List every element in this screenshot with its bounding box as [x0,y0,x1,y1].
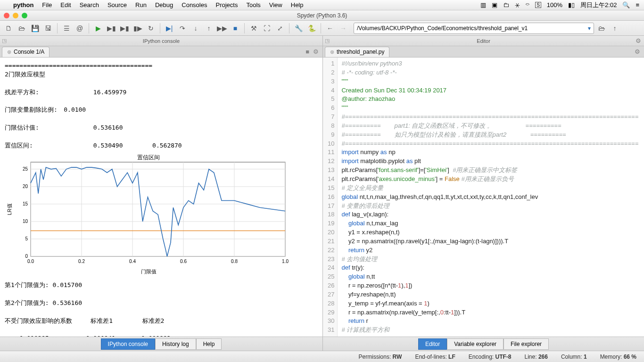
console-tab[interactable]: ⊗ Console 1/A [2,47,50,57]
parent-dir-button[interactable]: ↑ [609,23,620,34]
svg-text:15: 15 [23,201,28,206]
continue-button[interactable]: ▶▶ [216,23,228,34]
tab-close-icon[interactable]: ⊗ [7,49,11,55]
stop-console-button[interactable]: ■ [305,48,309,55]
eol-value: LF [448,354,455,360]
debug-button[interactable]: ▶| [164,23,175,34]
run-button[interactable]: ▶ [92,23,104,34]
step-out-button[interactable]: ↑ [203,23,215,34]
step-into-button[interactable]: ↓ [190,23,201,34]
status-bar: Permissions: RW End-of-lines: LF Encodin… [0,351,644,362]
tab-history-log[interactable]: History log [155,338,196,350]
fullscreen-button[interactable]: ⤢ [274,23,286,34]
spotlight-icon[interactable]: 🔍 [622,1,630,8]
at-icon[interactable]: @ [74,23,85,34]
browse-dir-button[interactable]: 🗁 [596,23,607,34]
python-path-button[interactable]: 🐍 [306,23,317,34]
run-cell-advance-button[interactable]: ▶▮ [119,23,130,34]
menu-source[interactable]: Source [107,1,127,8]
pane-popout-icon[interactable]: ◳ [325,38,330,44]
console-tab-label: Console 1/A [14,49,44,55]
tab-help[interactable]: Help [196,338,222,350]
encoding-label: Encoding: [469,354,494,360]
save-all-button[interactable]: 🖫 [42,23,54,34]
run-cell-button[interactable]: ▶▮ [106,23,117,34]
menu-edit[interactable]: Edit [60,1,71,8]
app-name[interactable]: python [13,1,33,8]
line-value: 266 [538,354,548,360]
open-file-button[interactable]: 🗁 [16,23,27,34]
stop-debug-button[interactable]: ■ [230,23,241,34]
forward-button[interactable]: → [338,23,349,34]
confidence-interval-chart: 置信区间0.00.20.40.60.81.00510152025门限值LR值 [5,153,292,275]
permissions-value: RW [393,354,402,360]
maximize-window-button[interactable] [22,13,27,18]
console-text-top: ========================================… [5,61,318,150]
mem-label: Memory: [600,354,622,360]
tab-file-explorer[interactable]: File explorer [504,338,549,350]
tab-variable-explorer[interactable]: Variable explorer [447,338,504,350]
chart-container: 置信区间0.00.20.40.60.81.00510152025门限值LR值 [5,153,318,278]
tray-icon[interactable]: ▥ [480,1,486,8]
permissions-label: Permissions: [359,354,391,360]
close-window-button[interactable] [4,13,9,18]
folder-icon[interactable]: 🗀 [503,1,509,8]
svg-text:5: 5 [25,236,28,241]
menu-help[interactable]: Help [291,1,304,8]
bluetooth-icon[interactable]: ⚹ [515,1,520,9]
pane-popout-icon[interactable]: ◳ [2,38,7,44]
tool-button-1[interactable]: ⚒ [248,23,259,34]
rerun-button[interactable]: ↻ [145,23,157,34]
tab-ipython-console[interactable]: IPython console [101,338,155,350]
list-icon[interactable]: ☰ [61,23,72,34]
clock[interactable]: 周日上午2:02 [580,1,617,9]
macos-menubar: python File Edit Search Source Run Debug… [0,0,644,10]
console-options-icon[interactable]: ⚙ [313,48,319,55]
svg-text:20: 20 [23,184,28,189]
menu-debug[interactable]: Debug [155,1,173,8]
console-output[interactable]: ========================================… [0,58,322,337]
left-bottom-tabs: IPython console History log Help [0,337,323,351]
battery-icon[interactable]: ▮▯ [568,1,575,8]
menu-projects[interactable]: Projects [215,1,238,8]
menu-search[interactable]: Search [80,1,99,8]
svg-text:置信区间: 置信区间 [137,154,160,161]
input-icon[interactable]: S [535,2,541,8]
working-dir-input[interactable]: /Volumes/BACKUP/Python_Code/Econometrics… [354,23,594,34]
editor-tab-options-icon[interactable]: ⚙ [635,48,640,55]
code-content[interactable]: #!/usr/bin/env python3# -*- coding: utf-… [338,58,642,337]
editor-tab-label: threshold_panel.py [337,49,384,55]
menu-consoles[interactable]: Consoles [182,1,207,8]
step-over-button[interactable]: ↷ [177,23,188,34]
new-file-button[interactable]: 🗋 [3,23,14,34]
tab-editor[interactable]: Editor [418,338,447,350]
svg-text:10: 10 [23,219,28,224]
preferences-button[interactable]: 🔧 [293,23,304,34]
chevron-down-icon[interactable]: ▾ [588,25,591,32]
svg-text:0: 0 [25,254,28,259]
col-value: 1 [584,354,587,360]
editor-tab[interactable]: ⊗ threshold_panel.py [325,47,389,57]
tab-close-icon[interactable]: ⊗ [330,49,334,55]
menu-run[interactable]: Run [135,1,147,8]
editor-tabbar: ⊗ threshold_panel.py ⚙ [323,46,644,58]
back-button[interactable]: ← [324,23,336,34]
console-text-bottom: 第1个门限值为: 0.015700 第2个门限值为: 0.536160 不受门限… [5,281,318,337]
minimize-window-button[interactable] [13,13,18,18]
working-dir-text: /Volumes/BACKUP/Python_Code/Econometrics… [357,25,588,32]
menu-file[interactable]: File [42,1,52,8]
run-selection-button[interactable]: ▮▶ [132,23,143,34]
right-pane: ◳ Editor ⚙ ⊗ threshold_panel.py ⚙ 123456… [323,36,644,337]
maximize-pane-button[interactable]: ⛶ [261,23,272,34]
menu-icon[interactable]: ≡ [636,1,639,8]
svg-text:1.0: 1.0 [282,259,289,264]
wifi-icon[interactable]: ⌔ [526,1,529,8]
svg-text:0.6: 0.6 [180,259,187,264]
svg-text:0.0: 0.0 [27,259,34,264]
save-button[interactable]: 💾 [29,23,41,34]
menu-view[interactable]: View [269,1,282,8]
code-editor[interactable]: 1234567891011121314151617181920212223242… [323,58,644,337]
menu-tools[interactable]: Tools [246,1,260,8]
display-icon[interactable]: ▣ [492,1,497,8]
editor-options-icon[interactable]: ⚙ [636,37,641,44]
